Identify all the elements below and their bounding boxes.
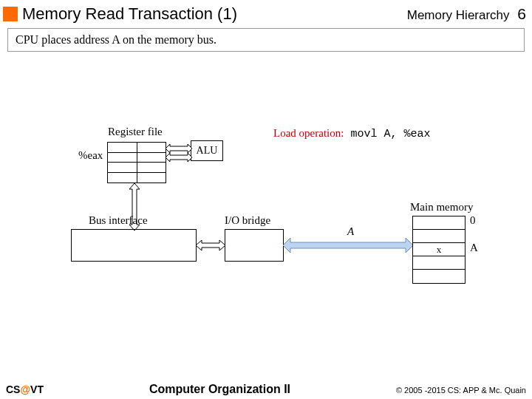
accent-square-icon <box>3 7 18 21</box>
section-label: Memory Hierarchy <box>407 8 510 22</box>
busif-io-arrow <box>196 239 225 251</box>
mem-addr-A: A <box>470 242 478 254</box>
footer: CS@VT Computer Organization II © 2005 -2… <box>0 383 532 396</box>
at-icon: @ <box>20 383 30 395</box>
svg-marker-1 <box>166 153 192 162</box>
main-memory-box: x <box>412 216 466 284</box>
main-memory-label: Main memory <box>410 201 473 214</box>
io-bridge-label: I/O bridge <box>225 214 270 227</box>
register-file-box <box>107 142 166 183</box>
mem-addr-0: 0 <box>470 214 476 227</box>
mem-cell-4 <box>413 270 465 283</box>
memory-bus-arrow <box>283 236 413 254</box>
mem-cell-1 <box>413 230 465 243</box>
mem-cell-3 <box>413 256 465 270</box>
header-section: Memory Hierarchy 6 <box>407 5 526 23</box>
header: Memory Read Transaction (1) Memory Hiera… <box>0 0 532 27</box>
load-op-code: movl A, %eax <box>344 128 430 140</box>
register-file-label: Register file <box>108 126 163 138</box>
alu-box: ALU <box>191 140 223 161</box>
mem-cell-2: x <box>413 243 465 256</box>
footer-cs: CS <box>6 383 20 395</box>
page-title: Memory Read Transaction (1) <box>22 4 237 24</box>
footer-mid: Computer Organization II <box>149 383 290 396</box>
load-op-prefix: Load operation: <box>273 127 344 139</box>
eax-label: %eax <box>78 149 103 162</box>
svg-marker-4 <box>283 238 413 253</box>
bus-letter-a: A <box>347 225 354 238</box>
io-bridge-box <box>225 229 284 262</box>
alu-label: ALU <box>197 145 218 157</box>
page-number: 6 <box>517 5 526 22</box>
footer-vt: VT <box>30 383 44 395</box>
mem-cell-0 <box>413 216 465 230</box>
load-operation-label: Load operation: movl A, %eax <box>273 127 430 140</box>
reg-alu-arrow-bot <box>166 152 192 163</box>
diagram-stage: Register file %eax ALU Load operation: m… <box>0 53 532 319</box>
caption-box: CPU places address A on the memory bus. <box>7 28 525 52</box>
footer-left: CS@VT <box>6 383 44 395</box>
caption-text: CPU places address A on the memory bus. <box>16 33 216 46</box>
mem-x-value: x <box>437 244 442 256</box>
bus-interface-box <box>71 229 197 262</box>
svg-marker-3 <box>196 240 225 250</box>
footer-copyright: © 2005 -2015 CS: APP & Mc. Quain <box>396 386 526 395</box>
bus-interface-label: Bus interface <box>89 214 148 227</box>
